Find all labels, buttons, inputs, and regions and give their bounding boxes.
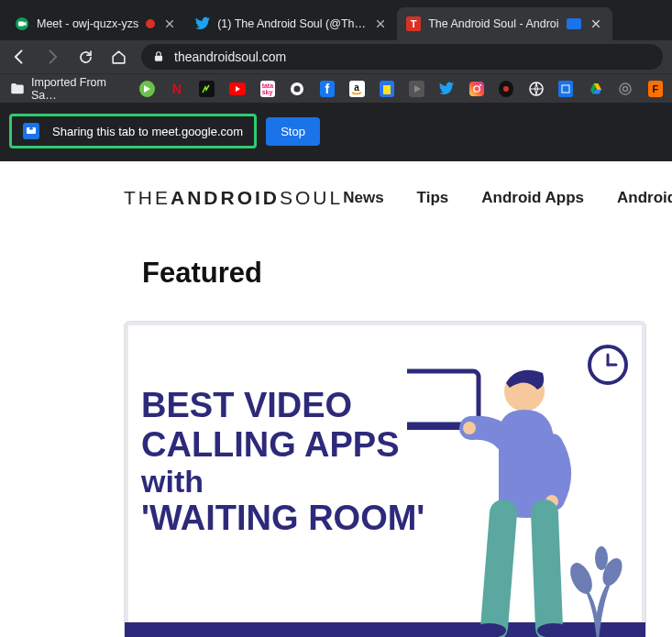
screen-share-icon [23, 123, 39, 139]
svg-point-17 [623, 86, 628, 91]
svg-point-16 [620, 83, 631, 94]
nav-news[interactable]: News [343, 189, 383, 207]
reload-button[interactable] [75, 47, 95, 67]
svg-rect-1 [18, 22, 24, 27]
clock-icon [587, 344, 629, 386]
tab-androidsoul[interactable]: T The Android Soul - Androi [397, 7, 611, 40]
bookmark-instagram-icon[interactable] [468, 81, 484, 97]
card-line: BEST VIDEO [141, 386, 435, 425]
bookmark-icon-3[interactable] [199, 81, 215, 97]
close-icon[interactable] [373, 16, 388, 31]
featured-heading: Featured [142, 257, 672, 290]
tab-title: The Android Soul - Androi [428, 17, 558, 30]
logo-part: ANDROID [171, 187, 280, 208]
bookmark-icon-14[interactable] [528, 81, 544, 97]
site-logo[interactable]: THEANDROIDSOUL [124, 187, 343, 209]
logo-part: SOUL [280, 187, 343, 208]
nav-android[interactable]: Android [617, 189, 672, 207]
bookmark-amazon-icon[interactable]: a [349, 81, 365, 97]
svg-rect-4 [155, 56, 162, 61]
bookmark-icon-6[interactable] [290, 81, 305, 97]
bookmark-tatasky-icon[interactable]: tatasky [260, 81, 276, 97]
tab-strip: Meet - owj-quzx-yzs (1) The Android Soul… [0, 0, 672, 40]
share-notice-bar: Sharing this tab to meet.google.com Stop [0, 103, 672, 167]
bookmark-flipkart-icon[interactable] [380, 81, 395, 97]
meet-icon [15, 16, 29, 31]
bookmark-netflix-icon[interactable]: N [170, 81, 185, 97]
svg-rect-15 [562, 85, 569, 93]
svg-text:a: a [355, 82, 360, 93]
bookmark-icon-15[interactable] [558, 81, 574, 97]
bookmark-icon-18[interactable]: F [648, 81, 664, 97]
svg-point-7 [294, 85, 301, 92]
svg-text:T: T [411, 18, 417, 29]
back-button[interactable] [9, 47, 29, 67]
url-text: theandroidsoul.com [174, 49, 286, 64]
androidsoul-icon: T [406, 16, 421, 31]
bookmark-icon-10[interactable] [409, 81, 424, 97]
svg-rect-25 [407, 371, 479, 424]
bookmark-icon-17[interactable] [618, 81, 633, 97]
tab-title: Meet - owj-quzx-yzs [37, 17, 138, 30]
page-content: THEANDROIDSOUL News Tips Android Apps An… [0, 161, 672, 637]
tab-twitter[interactable]: (1) The Android Soul (@TheAn [186, 7, 397, 40]
bookmark-drive-icon[interactable] [588, 81, 603, 97]
svg-point-24 [595, 546, 608, 570]
recording-indicator-icon [146, 19, 155, 28]
home-button[interactable] [108, 47, 128, 67]
bookmark-icon-13[interactable] [499, 81, 514, 97]
stop-sharing-button[interactable]: Stop [266, 117, 320, 146]
card-line: with [141, 464, 435, 499]
bookmark-twitter-icon[interactable] [439, 81, 455, 97]
folder-icon [9, 81, 26, 97]
bookmark-label: Imported From Sa… [31, 76, 125, 102]
bookmark-icon-1[interactable] [139, 81, 155, 97]
logo-part: THE [124, 187, 171, 208]
featured-section: Featured BEST VIDEO CALLING APPS with 'W… [0, 235, 672, 637]
featured-card[interactable]: BEST VIDEO CALLING APPS with 'WAITING RO… [124, 321, 646, 637]
card-line: CALLING APPS [141, 425, 435, 465]
site-nav: News Tips Android Apps Android [343, 189, 672, 207]
share-notice-text: Sharing this tab to meet.google.com [52, 125, 243, 138]
browser-toolbar: theandroidsoul.com [0, 40, 672, 73]
svg-point-27 [463, 422, 476, 434]
nav-android-apps[interactable]: Android Apps [481, 189, 584, 207]
card-line: 'WAITING ROOM' [141, 499, 435, 538]
tab-meet[interactable]: Meet - owj-quzx-yzs [6, 7, 186, 40]
screen-share-indicator-icon [567, 18, 581, 29]
svg-rect-9 [383, 85, 391, 94]
site-header: THEANDROIDSOUL News Tips Android Apps An… [0, 161, 672, 235]
bookmarks-bar: Imported From Sa… N tatasky f a F [0, 73, 672, 103]
twitter-icon [195, 16, 210, 31]
share-notice-box: Sharing this tab to meet.google.com [9, 114, 257, 148]
bookmark-folder-imported[interactable]: Imported From Sa… [9, 76, 125, 102]
person-illustration [407, 353, 590, 637]
nav-tips[interactable]: Tips [417, 189, 449, 207]
address-bar[interactable]: theandroidsoul.com [141, 44, 663, 70]
forward-button[interactable] [42, 47, 62, 67]
svg-point-13 [503, 86, 509, 92]
bookmark-youtube-icon[interactable] [229, 81, 246, 97]
bookmark-facebook-icon[interactable]: f [320, 81, 336, 97]
lock-icon [152, 50, 165, 63]
close-icon[interactable] [162, 16, 177, 31]
card-headline: BEST VIDEO CALLING APPS with 'WAITING RO… [141, 386, 435, 538]
close-icon[interactable] [589, 16, 603, 31]
svg-rect-10 [469, 82, 484, 96]
svg-point-12 [479, 84, 481, 86]
tab-title: (1) The Android Soul (@TheAn [217, 17, 366, 30]
